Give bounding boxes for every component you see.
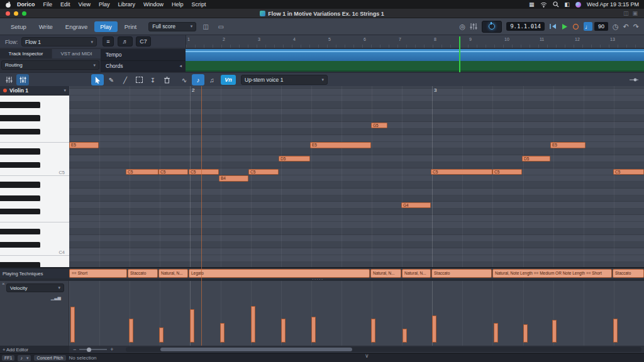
- velocity-bar[interactable]: [371, 319, 375, 343]
- tempo-lane[interactable]: [186, 49, 644, 61]
- midi-note[interactable]: D5: [279, 156, 310, 162]
- technique-segment[interactable]: == Short: [69, 269, 127, 278]
- midi-note[interactable]: G5: [371, 123, 387, 129]
- midi-note[interactable]: C5: [189, 169, 219, 175]
- velocity-bar[interactable]: [613, 319, 618, 343]
- tempo-value[interactable]: 90: [594, 22, 608, 31]
- piano-key-black-icon[interactable]: [0, 162, 40, 169]
- midi-note[interactable]: C5: [613, 169, 644, 175]
- routing-select[interactable]: Routing ▾: [1, 60, 99, 70]
- velocity-bar[interactable]: [552, 320, 557, 343]
- undo-button[interactable]: ↶: [623, 23, 629, 30]
- menu-item-dorico[interactable]: Dorico: [17, 1, 35, 8]
- audio-engine-power-button[interactable]: [482, 21, 502, 33]
- piano-key-black-icon[interactable]: [0, 129, 40, 136]
- velocity-bar[interactable]: [494, 323, 498, 343]
- status-badge[interactable]: FF1: [2, 355, 14, 361]
- grid-icon[interactable]: ▦: [529, 2, 535, 8]
- lane-height-slider-icon[interactable]: [628, 74, 640, 85]
- erase-tool-button[interactable]: [160, 74, 173, 85]
- menu-item-view[interactable]: View: [79, 1, 91, 8]
- mode-tab-setup[interactable]: Setup: [5, 21, 32, 32]
- note-beam-button[interactable]: ♫: [206, 74, 218, 85]
- technique-segment[interactable]: Staccato: [128, 269, 158, 278]
- siri-icon[interactable]: [575, 2, 581, 8]
- line-tool-button[interactable]: ╱: [119, 74, 131, 85]
- velocity-bar[interactable]: [281, 319, 286, 343]
- menu-item-help[interactable]: Help: [172, 1, 184, 8]
- record-arm-dot-icon[interactable]: [3, 89, 7, 92]
- midi-note[interactable]: C5: [248, 169, 279, 175]
- menu-item-window[interactable]: Window: [143, 1, 164, 8]
- technique-segment[interactable]: Staccato: [613, 269, 644, 278]
- technique-segment[interactable]: Legato: [189, 269, 370, 278]
- search-icon[interactable]: [553, 1, 559, 8]
- window-layout-icon[interactable]: ▣: [632, 10, 638, 16]
- rhythmic-grid-select[interactable]: ♪ ▾: [18, 355, 31, 361]
- track-list-icon[interactable]: ≡: [103, 36, 114, 47]
- tempo-track-label[interactable]: Tempo: [101, 49, 186, 61]
- record-button[interactable]: [572, 23, 579, 30]
- pencil-tool-button[interactable]: ✎: [105, 74, 118, 85]
- panel-toggle-left-icon[interactable]: ◫: [200, 22, 211, 31]
- track-faders-icon[interactable]: [3, 74, 15, 85]
- track-lanes-icon[interactable]: [16, 74, 29, 85]
- voice-select[interactable]: Up-stem voice 1 ▾: [241, 75, 328, 85]
- playhead-position-display[interactable]: 9.1.1.014: [506, 22, 545, 31]
- tab-track-inspector[interactable]: Track Inspector: [0, 49, 52, 58]
- piano-key-black-icon[interactable]: [0, 262, 40, 267]
- collapse-chevron-left-icon[interactable]: ◂: [179, 63, 182, 69]
- piano-roll-grid[interactable]: 23E5C5C5C5B4C5D5E5G5G4C5C5D5E5C5: [69, 86, 644, 267]
- velocity-bar[interactable]: [402, 329, 407, 343]
- piano-key-black-icon[interactable]: [0, 195, 40, 202]
- mode-tab-write[interactable]: Write: [33, 21, 58, 32]
- horizontal-scrollbar-thumb[interactable]: [160, 348, 352, 351]
- marquee-tool-button[interactable]: [133, 74, 145, 85]
- piano-key-black-icon[interactable]: [0, 148, 40, 155]
- velocity-bar[interactable]: [251, 306, 255, 343]
- velocity-bar[interactable]: [70, 307, 75, 343]
- mode-tab-print[interactable]: Print: [119, 21, 143, 32]
- mixer-dial-icon[interactable]: ◎: [460, 23, 466, 30]
- midi-note[interactable]: C5: [431, 169, 492, 175]
- menu-item-play[interactable]: Play: [99, 1, 110, 8]
- midi-note[interactable]: G4: [401, 202, 431, 209]
- trim-tool-button[interactable]: ↧: [147, 74, 159, 85]
- midi-note[interactable]: C5: [126, 169, 158, 175]
- midi-note[interactable]: E5: [310, 142, 371, 148]
- piano-key-black-icon[interactable]: [0, 242, 40, 249]
- layout-select[interactable]: Full score ▾: [148, 22, 196, 31]
- notes-display-button[interactable]: ♪: [192, 74, 204, 85]
- rewind-button[interactable]: [549, 23, 557, 30]
- control-center-icon[interactable]: ◧: [565, 2, 570, 8]
- timeline-ruler[interactable]: 12345678910111213: [186, 35, 644, 48]
- wave-tool-button[interactable]: ∿: [178, 74, 191, 85]
- tab-vst-and-midi[interactable]: VST and MIDI: [52, 49, 101, 58]
- playhead-line[interactable]: [459, 36, 460, 72]
- redo-button[interactable]: ↷: [633, 23, 639, 30]
- technique-segment[interactable]: Natural, N...: [370, 269, 401, 278]
- chords-track-label[interactable]: Chords ◂: [101, 61, 186, 72]
- track-header[interactable]: Violin 1 ▾: [0, 86, 69, 96]
- collapse-panel-chevron-icon[interactable]: ∨: [365, 353, 369, 359]
- chevron-down-icon[interactable]: ▾: [64, 88, 66, 93]
- note-input-button[interactable]: ♬: [118, 36, 133, 47]
- technique-segment[interactable]: Natural, N...: [158, 269, 188, 278]
- menu-item-script[interactable]: Script: [191, 1, 206, 8]
- midi-note[interactable]: C5: [492, 169, 522, 175]
- piano-key-black-icon[interactable]: [0, 182, 40, 189]
- faders-icon[interactable]: [470, 23, 477, 30]
- panel-toggle-top-icon[interactable]: ▭: [215, 22, 226, 31]
- midi-note[interactable]: E5: [550, 142, 586, 148]
- zoom-slider[interactable]: [79, 349, 107, 350]
- chords-lane[interactable]: [186, 61, 644, 72]
- horizontal-scrollbar[interactable]: [126, 347, 641, 352]
- velocity-bar[interactable]: [432, 315, 436, 343]
- metronome-note-icon[interactable]: ♩: [584, 22, 592, 31]
- piano-key-black-icon[interactable]: [0, 229, 40, 236]
- concert-pitch-button[interactable]: Concert Pitch: [34, 355, 65, 361]
- flow-select[interactable]: Flow 1 ▾: [21, 37, 97, 47]
- piano-key-black-icon[interactable]: [0, 209, 40, 216]
- velocity-select[interactable]: Velocity ▾: [6, 283, 64, 292]
- midi-note[interactable]: C5: [158, 169, 188, 175]
